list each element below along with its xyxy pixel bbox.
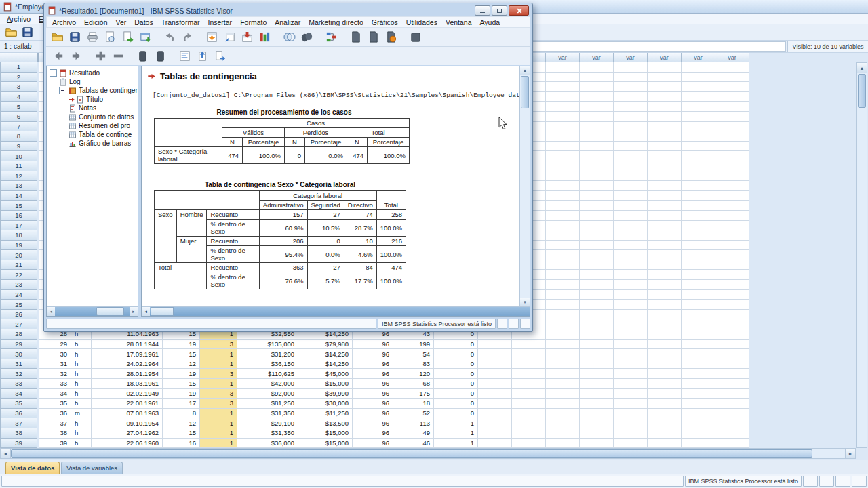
grid-cell-empty[interactable] [512,399,546,409]
scroll-right-icon[interactable]: ► [845,449,855,458]
grid-cell-empty[interactable] [580,171,614,182]
grid-cell[interactable]: $36,150 [237,359,298,369]
grid-cell-empty[interactable] [715,191,749,201]
grid-cell[interactable]: 96 [353,418,393,428]
grid-cell-empty[interactable] [648,359,682,369]
expand-block-icon[interactable] [152,49,168,64]
variables-list-icon[interactable] [256,30,273,45]
grid-cell-empty[interactable] [682,428,715,439]
grid-cell-empty[interactable] [478,418,512,428]
grid-cell-empty[interactable] [648,428,682,439]
row-header[interactable]: 24 [0,290,37,300]
grid-cell[interactable]: 30 [39,349,71,359]
grid-cell[interactable]: 39 [39,439,71,449]
grid-cell-empty[interactable] [648,62,682,73]
grid-cell[interactable]: 96 [353,428,393,439]
grid-cell[interactable]: 19 [163,340,200,350]
grid-cell-empty[interactable] [614,221,648,231]
grid-cell-empty[interactable] [546,211,580,221]
grid-cell-empty[interactable] [614,92,648,102]
grid-cell[interactable]: 1 [200,359,237,369]
save-data-icon[interactable] [19,25,35,40]
grid-cell-empty[interactable] [546,102,580,112]
grid-cell[interactable]: h [71,389,92,399]
row-header[interactable]: 23 [0,280,37,290]
outline-horizontal-scrollbar[interactable]: ◄ ► [47,306,138,316]
grid-cell-empty[interactable] [682,211,715,221]
grid-cell-empty[interactable] [614,171,648,182]
row-header[interactable]: 11 [0,161,37,171]
grid-cell[interactable]: h [71,349,92,359]
scroll-left-icon[interactable]: ◄ [142,307,150,316]
grid-cell-empty[interactable] [512,428,546,439]
grid-cell-empty[interactable] [546,300,580,310]
grid-cell-empty[interactable] [614,389,648,399]
grid-cell[interactable]: 3 [200,369,237,379]
grid-cell[interactable]: 28.01.1954 [92,369,163,379]
grid-cell-empty[interactable] [648,399,682,409]
grid-cell-empty[interactable] [546,270,580,280]
grid-cell[interactable]: 96 [353,389,393,399]
grid-cell-empty[interactable] [648,201,682,211]
case-processing-summary[interactable]: Resumen del procesamiento de los casos C… [154,108,414,164]
grid-cell-empty[interactable] [682,250,715,260]
grid-cell-empty[interactable] [648,161,682,171]
horizontal-scroll-thumb[interactable] [151,307,174,316]
output-horizontal-scrollbar[interactable]: ◄ [142,306,530,316]
grid-cell-empty[interactable] [682,439,715,449]
grid-cell-empty[interactable] [648,181,682,191]
grid-cell-empty[interactable] [715,369,749,379]
tree-item-resumen-del-procesamiento[interactable]: Resumen del pro [50,121,138,130]
grid-cell-empty[interactable] [614,82,648,92]
grid-cell[interactable]: 0 [434,349,478,359]
grid-cell[interactable]: 1 [200,418,237,428]
select-cases-icon[interactable] [281,30,297,45]
grid-cell-empty[interactable] [715,161,749,171]
grid-cell[interactable]: 54 [393,349,434,359]
grid-cell[interactable]: 0 [434,399,478,409]
grid-cell[interactable]: 96 [353,369,393,379]
grid-cell-empty[interactable] [682,122,715,132]
grid-cell[interactable]: 1 [434,418,478,428]
promote-outline-icon[interactable] [92,49,108,64]
maximize-button[interactable] [492,5,507,16]
close-button[interactable] [509,5,529,16]
row-header[interactable]: 30 [0,349,37,359]
grid-cell-empty[interactable] [580,260,614,270]
grid-cell-empty[interactable] [614,418,648,428]
grid-cell[interactable]: 49 [393,428,434,439]
grid-cell-empty[interactable] [648,260,682,270]
grid-cell-empty[interactable] [546,161,580,171]
grid-cell-empty[interactable] [512,409,546,419]
collapse-expander-icon[interactable] [59,87,66,94]
grid-cell-empty[interactable] [580,142,614,152]
grid-cell[interactable]: 18.03.1961 [92,379,163,389]
grid-cell[interactable]: 19 [163,369,200,379]
demote-outline-icon[interactable] [110,49,126,64]
grid-cell[interactable]: 1 [434,428,478,439]
menu-item-ventana[interactable]: Ventana [441,18,476,27]
grid-cell-empty[interactable] [478,349,512,359]
grid-cell-empty[interactable] [648,270,682,280]
grid-cell[interactable]: 32 [39,369,71,379]
print-icon[interactable] [84,30,100,45]
value-labels-icon[interactable] [323,30,339,45]
grid-cell-empty[interactable] [715,439,749,449]
grid-cell-empty[interactable] [478,409,512,419]
grid-cell-empty[interactable] [715,260,749,270]
grid-cell[interactable]: 34 [39,389,71,399]
grid-cell-empty[interactable] [580,122,614,132]
grid-cell-empty[interactable] [546,329,580,340]
undo-icon[interactable] [161,30,178,45]
grid-cell-empty[interactable] [682,201,715,211]
scroll-down-icon[interactable]: ▼ [520,298,530,306]
grid-cell-empty[interactable] [614,151,648,161]
grid-cell-empty[interactable] [580,221,614,231]
tree-item-grafico-de-barras[interactable]: Gráfico de barras [50,139,138,148]
grid-cell-empty[interactable] [478,369,512,379]
grid-cell-empty[interactable] [682,73,715,83]
row-header[interactable]: 34 [0,389,37,399]
grid-cell-empty[interactable] [478,379,512,389]
grid-cell-empty[interactable] [614,319,648,329]
menu-item-gr-ficos[interactable]: Gráficos [368,18,402,27]
